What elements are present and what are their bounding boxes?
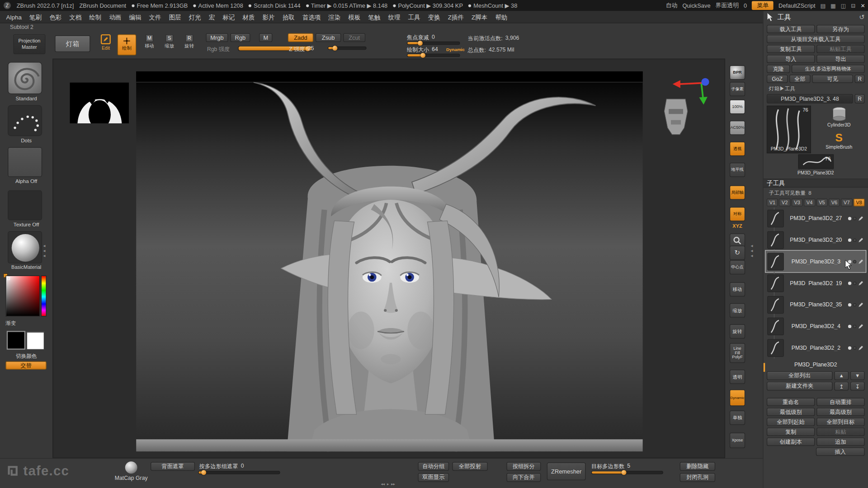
clone-button[interactable]: 克隆 [767,65,790,73]
focal-shift-value[interactable]: 0 [432,34,435,42]
visibility-on-icon[interactable] [848,238,851,241]
subtool-toggles[interactable] [848,345,863,350]
menu-item[interactable]: 工具 [404,11,424,23]
subtool-thumbnail[interactable] [767,231,784,249]
polypaint-pen-icon[interactable] [858,302,863,307]
polypaint-pen-icon[interactable] [858,345,863,350]
ui-transparency-value[interactable]: 0 [744,2,747,9]
visibility-off-icon[interactable] [853,346,856,349]
all-to-start-button[interactable]: 全部到起始 [767,418,815,426]
left-shelf-collapse-arrows[interactable]: ◂◂◂ [43,244,46,258]
slider-knob[interactable] [333,46,338,51]
mrgb-button[interactable]: Mrgb [206,33,228,42]
subtool-row[interactable]: PM3D_Plane3D2_27 [765,207,866,229]
quicksave-button[interactable]: QuickSave [682,2,710,9]
slider-knob[interactable] [417,41,422,46]
stroke-thumbnail[interactable] [8,105,42,136]
subtool-visible-value[interactable]: 8 [808,190,811,197]
cylinder3d-tool[interactable]: Cylinder3D [813,106,865,129]
layout-icon[interactable]: ▤ [821,3,826,9]
layout2-icon[interactable]: ▦ [830,3,836,9]
subtool-view-tab[interactable]: V5 [816,199,828,206]
goz-r-button[interactable]: R [855,75,865,83]
menu-item[interactable]: 文档 [66,11,85,23]
subtool-view-tab[interactable]: V3 [792,199,803,206]
zscript-button[interactable]: DefaultZScript [778,2,815,9]
menu-item[interactable]: 影片 [259,11,278,23]
texture-thumbnail[interactable] [8,190,42,220]
actual-size-button[interactable]: 100% [730,99,745,114]
insert-button[interactable]: 插入 [816,448,865,456]
close-icon[interactable]: ✕ [861,3,865,9]
subtool-row[interactable]: PM3D_Plane3D2_4 [765,315,866,337]
move-up-button[interactable]: ▲ [834,371,849,380]
menu-item[interactable]: 纹理 [384,11,404,23]
menu-item[interactable]: 编辑 [125,11,145,23]
delete-hidden-button[interactable]: 删除隐藏 [680,462,715,471]
minimize-icon[interactable]: ⊟ [851,3,855,9]
subtool-view-tab[interactable]: V8 [854,199,865,206]
gradient-label[interactable]: 渐变 [0,320,52,327]
menu-item[interactable]: 图层 [165,11,185,23]
polypaint-pen-icon[interactable] [858,216,863,221]
goz-visible-button[interactable]: 可见 [812,75,853,83]
transparent-button[interactable]: 透明 [730,370,745,384]
subtool-row[interactable]: PM3D_Plane3D2_35 [765,294,866,315]
folder-down-button[interactable]: ↧ [850,382,865,391]
menu-item[interactable]: 绘制 [85,11,105,23]
z-intensity-value[interactable]: 25 [308,45,314,53]
menu-item[interactable]: 宏 [205,11,219,23]
symmetry-button[interactable]: 对称 [730,207,745,221]
project-all-button[interactable]: 全部投射 [452,462,487,471]
paste-subtool-button[interactable]: 粘贴 [816,428,865,436]
auto-button[interactable]: 自动 [666,2,678,9]
current-tool-thumbnail[interactable]: 76 PM3D_Plane3D2 [767,106,811,153]
move-button[interactable]: M 移动 [141,34,158,50]
draw-size-slider[interactable] [407,54,460,57]
export-button[interactable]: 导出 [816,55,865,63]
subtool-toggles[interactable] [848,324,863,329]
menu-item[interactable]: Alpha [2,11,26,23]
visibility-off-icon[interactable] [853,282,856,285]
zremesher-button[interactable]: ZRemesher [547,463,586,480]
zcut-button[interactable]: Zcut [343,33,365,42]
hue-strip[interactable] [41,276,47,317]
matcap-selector[interactable]: MatCap Gray [106,461,156,481]
menu-item[interactable]: Z插件 [444,11,467,23]
bpr-button[interactable]: BPR [730,65,745,80]
slider-knob[interactable] [420,53,425,58]
local-transform-button[interactable]: 局部轴 [730,185,745,200]
load-tool-button[interactable]: 载入工具 [767,25,815,33]
lightbox-button[interactable]: 灯箱 [55,35,90,52]
subtool-thumbnail[interactable] [767,253,784,270]
swap-color-button[interactable]: 交替 [5,361,47,370]
subtool-toggles[interactable] [848,302,863,307]
polypaint-pen-icon[interactable] [858,258,863,264]
subtool-thumbnail[interactable] [767,209,784,227]
mask-by-group-slider[interactable] [198,471,280,474]
menu-item[interactable]: 笔触 [364,11,384,23]
subtool-thumbnail[interactable] [767,296,784,313]
rotate-3d-button[interactable]: 旋转 [730,324,745,339]
target-polycount-value[interactable]: 5 [627,463,630,470]
merge-down-button[interactable]: 向下合并 [506,473,541,482]
dynamic-label[interactable]: Dynamic [446,47,465,52]
menu-item[interactable]: 渲染 [325,11,344,23]
zadd-button[interactable]: Zadd [288,33,313,42]
subtool-row[interactable]: PM3D_Plane3D2_20 [765,229,866,251]
draw-button[interactable]: 绘制 [118,34,137,56]
close-holes-button[interactable]: 封闭孔洞 [680,473,715,482]
menu-item[interactable]: Z脚本 [468,11,491,23]
canvas[interactable] [52,59,725,458]
spix-button[interactable]: 子像素 [730,82,745,96]
document[interactable] [136,71,642,451]
dynamic-mode-button[interactable]: Dynamic [730,389,745,406]
menu-item[interactable]: 帮助 [491,11,511,23]
slider-knob[interactable] [621,470,626,475]
scroll-left-icon[interactable]: ◂◂ [381,482,385,487]
z-intensity-slider[interactable] [328,47,367,50]
subtool-view-tab[interactable]: V2 [779,199,790,206]
visibility-off-icon[interactable] [853,303,856,306]
visibility-on-icon[interactable] [848,216,851,220]
menu-item[interactable]: 变换 [424,11,444,23]
